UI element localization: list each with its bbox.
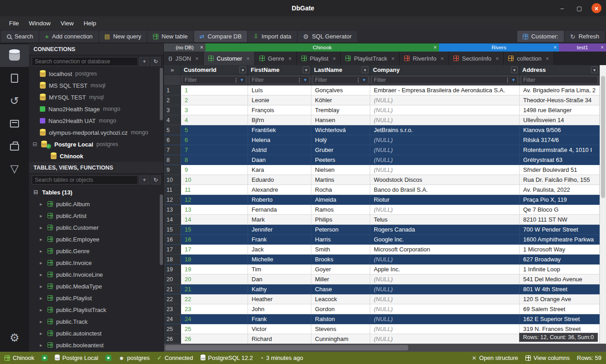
cell-firstname[interactable]: Kara bbox=[248, 165, 311, 175]
column-header-address[interactable]: Address▾ bbox=[520, 65, 600, 75]
cell-lastname[interactable]: Miller bbox=[311, 274, 370, 284]
column-header-lastname[interactable]: LastName▾ bbox=[311, 65, 370, 75]
filter-funnel-icon[interactable]: ▼ bbox=[303, 78, 307, 82]
cell-address[interactable]: 700 W Pender Street bbox=[520, 225, 600, 235]
cell-lastname[interactable]: Nielsen bbox=[311, 165, 370, 175]
cell-address[interactable]: 1 Microsoft Way bbox=[520, 245, 600, 255]
cell-lastname[interactable]: Leacock bbox=[311, 294, 370, 304]
statusbar-item-postgres[interactable]: ☻postgres bbox=[119, 355, 150, 361]
filter-input-customerid[interactable] bbox=[185, 77, 232, 83]
statusbar-item-postgre-local[interactable]: Postgre Local bbox=[55, 355, 99, 361]
cell-lastname[interactable]: Philips bbox=[311, 215, 370, 225]
cell-company[interactable]: (NULL) bbox=[370, 294, 520, 304]
cell-customerid[interactable]: 26 bbox=[181, 334, 248, 344]
row-number[interactable]: 15 bbox=[164, 225, 181, 235]
cell-address[interactable]: Theodor-Heuss-Straße 34 bbox=[520, 95, 600, 105]
statusbar-item-postgresql-12-2[interactable]: PostgreSQL 12.2 bbox=[200, 355, 253, 361]
cell-lastname[interactable]: Ralston bbox=[311, 314, 370, 324]
chevron-right-icon[interactable]: ▸ bbox=[40, 260, 44, 266]
cell-customerid[interactable]: 12 bbox=[181, 195, 248, 205]
file-icon[interactable] bbox=[0, 67, 29, 90]
statusbar-item-connected[interactable]: ✓Connected bbox=[157, 355, 193, 361]
cell-customerid[interactable]: 20 bbox=[181, 274, 248, 284]
table-item-public-artist[interactable]: ▸public.Artist bbox=[29, 210, 163, 222]
cell-firstname[interactable]: Fernanda bbox=[248, 205, 311, 215]
cell-company[interactable]: (NULL) bbox=[370, 334, 520, 344]
cell-lastname[interactable]: Peeters bbox=[311, 155, 370, 165]
cell-firstname[interactable]: Alexandre bbox=[248, 185, 311, 195]
toolbar-button-import-data[interactable]: ⇩Import data bbox=[248, 31, 297, 42]
cell-company[interactable]: (NULL) bbox=[370, 304, 520, 314]
cell-company[interactable]: (NULL) bbox=[370, 255, 520, 265]
archive-icon[interactable] bbox=[0, 112, 29, 135]
cell-firstname[interactable]: Daan bbox=[248, 155, 311, 165]
cell-customerid[interactable]: 24 bbox=[181, 314, 248, 324]
row-number[interactable]: 11 bbox=[164, 185, 181, 195]
cell-lastname[interactable]: Tremblay bbox=[311, 105, 370, 115]
row-number[interactable]: 6 bbox=[164, 135, 181, 145]
cell-firstname[interactable]: Heather bbox=[248, 294, 311, 304]
cell-lastname[interactable]: Smith bbox=[311, 245, 370, 255]
cell-address[interactable]: 69 Salem Street bbox=[520, 304, 600, 314]
column-header-company[interactable]: Company▾ bbox=[370, 65, 520, 75]
toolbar-button-sql-generator[interactable]: ⚙SQL Generator bbox=[298, 31, 357, 42]
close-icon[interactable]: × bbox=[288, 55, 292, 62]
row-number[interactable]: 22 bbox=[164, 294, 181, 304]
chevron-down-icon[interactable]: ▾ bbox=[591, 66, 598, 73]
cell-firstname[interactable]: Kathy bbox=[248, 284, 311, 294]
table-item-public-invoice[interactable]: ▸public.Invoice bbox=[29, 257, 163, 269]
cell-company[interactable]: Woodstock Discos bbox=[370, 175, 520, 185]
refresh-tables-icon[interactable]: ↻ bbox=[151, 175, 161, 184]
statusbar-item-view-columns[interactable]: View columns bbox=[525, 355, 570, 361]
cell-firstname[interactable]: Roberto bbox=[248, 195, 311, 205]
cell-company[interactable]: Banco do Brasil S.A. bbox=[370, 185, 520, 195]
scrollbar-thumb[interactable] bbox=[601, 76, 605, 198]
connection-item-nano2health-uat[interactable]: Nano2Health UATmongo bbox=[29, 115, 163, 127]
menu-file[interactable]: File bbox=[5, 18, 24, 28]
chevron-right-icon[interactable]: ▸ bbox=[40, 307, 44, 313]
cell-customerid[interactable]: 14 bbox=[181, 215, 248, 225]
statusbar-item-open-structure[interactable]: ✕Open structure bbox=[472, 355, 518, 361]
cell-address[interactable]: Sřnder Boulevard 51 bbox=[520, 165, 600, 175]
row-number[interactable]: 3 bbox=[164, 105, 181, 115]
cell-firstname[interactable]: František bbox=[248, 125, 311, 135]
cell-customerid[interactable]: 2 bbox=[181, 95, 248, 105]
cell-lastname[interactable]: Chase bbox=[311, 284, 370, 294]
chevron-right-icon[interactable]: ▸ bbox=[40, 236, 44, 242]
close-icon[interactable]: × bbox=[391, 55, 395, 62]
database-icon[interactable] bbox=[0, 44, 29, 67]
cell-address[interactable]: Av. Paulista, 2022 bbox=[520, 185, 600, 195]
cell-address[interactable]: Av. Brigadeiro Faria Lima, 2 bbox=[520, 85, 600, 95]
cell-firstname[interactable]: Frank bbox=[248, 235, 311, 245]
cell-lastname[interactable]: Wichterlová bbox=[311, 125, 370, 135]
close-icon[interactable]: × bbox=[496, 55, 499, 62]
row-number[interactable]: 14 bbox=[164, 215, 181, 225]
cell-company[interactable]: (NULL) bbox=[370, 205, 520, 215]
cell-company[interactable]: Microsoft Corporation bbox=[370, 245, 520, 255]
cell-firstname[interactable]: Jennifer bbox=[248, 225, 311, 235]
toolbar-button-new-table[interactable]: New table bbox=[148, 31, 193, 42]
db-group-tab-no-db[interactable]: (no DB)× bbox=[164, 43, 205, 52]
row-number[interactable]: 23 bbox=[164, 304, 181, 314]
chevron-right-icon[interactable]: ▸ bbox=[40, 319, 44, 325]
cell-company[interactable]: Embraer - Empresa Brasileira de Aeronáut… bbox=[370, 85, 520, 95]
filter-menu-icon[interactable]: ⋮ bbox=[234, 77, 239, 83]
row-number[interactable]: 5 bbox=[164, 125, 181, 135]
cell-customerid[interactable]: 19 bbox=[181, 265, 248, 274]
row-number[interactable]: 9 bbox=[164, 165, 181, 175]
scrollbar-thumb[interactable] bbox=[160, 68, 163, 120]
row-number[interactable]: 1 bbox=[164, 85, 181, 95]
table-item-public-genre[interactable]: ▸public.Genre bbox=[29, 245, 163, 257]
cell-customerid[interactable]: 16 bbox=[181, 235, 248, 245]
cell-lastname[interactable]: Peterson bbox=[311, 225, 370, 235]
db-group-tab-test1[interactable]: test1× bbox=[559, 43, 606, 52]
filter-funnel-icon[interactable]: ▼ bbox=[240, 78, 244, 82]
cell-customerid[interactable]: 17 bbox=[181, 245, 248, 255]
close-icon[interactable]: × bbox=[546, 55, 549, 62]
chevron-down-icon[interactable]: ▾ bbox=[362, 66, 368, 73]
cell-firstname[interactable]: Jack bbox=[248, 245, 311, 255]
filter-menu-icon[interactable]: ⋮ bbox=[505, 77, 510, 83]
cell-customerid[interactable]: 1 bbox=[181, 85, 248, 95]
close-icon[interactable]: × bbox=[246, 55, 250, 62]
cell-address[interactable]: Rilská 3174/6 bbox=[520, 135, 600, 145]
